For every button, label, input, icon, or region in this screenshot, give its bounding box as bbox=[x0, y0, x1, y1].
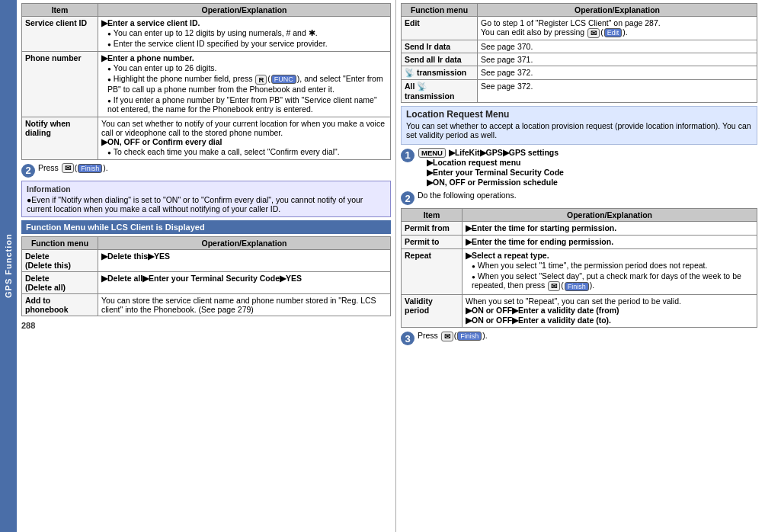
table-row: Permit from ▶Enter the time for starting… bbox=[402, 222, 757, 236]
step-number-2-right: 2 bbox=[401, 191, 415, 205]
step3-suffix: . bbox=[485, 331, 488, 340]
step2-right-text: Do the following operations. bbox=[418, 191, 517, 200]
item-notify-dialing: Notify when dialing bbox=[22, 117, 98, 159]
func-col-header-op: Operation/Explanation bbox=[98, 236, 391, 249]
info-box-text: ●Even if "Notify when dialing" is set to… bbox=[27, 195, 386, 213]
step2-right-content: Do the following operations. bbox=[418, 191, 757, 200]
edit-label: Edit bbox=[604, 28, 623, 37]
list-item: To check each time you make a call, sele… bbox=[107, 147, 387, 156]
table-row: Permit to ▶Enter the time for ending per… bbox=[402, 236, 757, 249]
edit-key: ✉ bbox=[587, 28, 600, 38]
step-number-3: 3 bbox=[401, 332, 415, 345]
operations-table: Item Operation/Explanation Permit from ▶… bbox=[401, 208, 757, 328]
location-desc: You can set whether to accept a location… bbox=[406, 121, 752, 139]
list-item: If you enter a phone number by "Enter fr… bbox=[107, 95, 387, 114]
rfunc-col-header-menu: Function menu bbox=[402, 4, 478, 17]
func-col-header-menu: Function menu bbox=[22, 236, 98, 249]
finish-key-right: ✉ bbox=[441, 332, 453, 341]
item-delete-all: Delete(Delete all) bbox=[22, 271, 98, 293]
item-permit-from: Permit from bbox=[402, 222, 463, 236]
ops-col-op: Operation/Explanation bbox=[463, 209, 757, 222]
list-item: You can enter up to 12 digits by using n… bbox=[107, 28, 387, 37]
content-phone-number: ▶Enter a phone number. You can enter up … bbox=[98, 52, 391, 117]
repeat-finish-label: Finish bbox=[565, 282, 589, 291]
table-row: Repeat ▶Select a repeat type. When you s… bbox=[402, 249, 757, 295]
list-item: Enter the service client ID specified by… bbox=[107, 39, 387, 48]
item-send-ir: Send Ir data bbox=[402, 40, 478, 53]
table-row: Delete(Delete this) ▶Delete this▶YES bbox=[22, 249, 391, 271]
main-table: Item Operation/Explanation Service clien… bbox=[21, 3, 391, 160]
table-row: Service client ID ▶Enter a service clien… bbox=[22, 17, 391, 52]
table-row: Delete(Delete all) ▶Delete all▶Enter you… bbox=[22, 271, 391, 293]
content-edit: Go to step 1 of "Register LCS Client" on… bbox=[478, 17, 757, 40]
item-validity: Validity period bbox=[402, 295, 463, 328]
page-number: 288 bbox=[21, 321, 391, 330]
content-send-ir: See page 370. bbox=[478, 40, 757, 53]
list-item: You can enter up to 26 digits. bbox=[107, 63, 387, 72]
item-edit: Edit bbox=[402, 17, 478, 40]
ops-col-item: Item bbox=[402, 209, 463, 222]
item-send-all-ir: Send all Ir data bbox=[402, 53, 478, 66]
table-row: 📡 transmission See page 372. bbox=[402, 66, 757, 79]
func-key: FUNC bbox=[271, 75, 296, 84]
menu-key: MENU bbox=[418, 148, 446, 158]
table-row: Edit Go to step 1 of "Register LCS Clien… bbox=[402, 17, 757, 40]
page-container: GPS Function Item Operation/Explanation … bbox=[0, 0, 765, 532]
finish-key-left: ✉ bbox=[62, 163, 74, 173]
sidebar-label: GPS Function bbox=[0, 0, 17, 532]
step-number-1-right: 1 bbox=[401, 149, 415, 162]
step3-text: Press bbox=[418, 331, 438, 340]
table-row: Validity period When you set to "Repeat"… bbox=[402, 295, 757, 328]
info-box: Information ●Even if "Notify when dialin… bbox=[21, 181, 391, 217]
step3-container: 3 Press ✉(Finish). bbox=[401, 331, 757, 345]
function-menu-header: Function Menu while LCS Client is Displa… bbox=[21, 220, 391, 234]
content-all-transmission: See page 372. bbox=[478, 79, 757, 102]
rfunc-col-header-op: Operation/Explanation bbox=[478, 4, 757, 17]
item-phone-number: Phone number bbox=[22, 52, 98, 117]
step2-suffix: . bbox=[106, 163, 108, 172]
function-menu-table: Function menu Operation/Explanation Dele… bbox=[21, 236, 391, 316]
r-key: R bbox=[255, 75, 267, 85]
content-permit-from: ▶Enter the time for starting permission. bbox=[463, 222, 757, 236]
content-permit-to: ▶Enter the time for ending permission. bbox=[463, 236, 757, 249]
col-header-item: Item bbox=[22, 4, 98, 17]
left-column: Item Operation/Explanation Service clien… bbox=[17, 0, 396, 532]
item-transmission: 📡 transmission bbox=[402, 66, 478, 79]
table-row: Notify when dialing You can set whether … bbox=[22, 117, 391, 159]
item-add-phonebook: Add to phonebook bbox=[22, 293, 98, 316]
list-item: When you select "1 time", the permission… bbox=[472, 261, 754, 270]
table-row: All 📡 transmission See page 372. bbox=[402, 79, 757, 102]
repeat-finish-key: ✉ bbox=[548, 281, 560, 291]
info-box-title: Information bbox=[27, 184, 386, 194]
content-delete-this: ▶Delete this▶YES bbox=[98, 249, 391, 271]
item-delete-this: Delete(Delete this) bbox=[22, 249, 98, 271]
content-repeat: ▶Select a repeat type. When you select "… bbox=[463, 249, 757, 295]
item-permit-to: Permit to bbox=[402, 236, 463, 249]
content-send-all-ir: See page 371. bbox=[478, 53, 757, 66]
list-item: When you select "Select day", put a chec… bbox=[472, 271, 754, 291]
step2-right-container: 2 Do the following operations. bbox=[401, 191, 757, 205]
content-transmission: See page 372. bbox=[478, 66, 757, 79]
ir-all-icon: 📡 bbox=[417, 82, 427, 91]
table-row: Phone number ▶Enter a phone number. You … bbox=[22, 52, 391, 117]
finish-label-left: Finish bbox=[78, 164, 102, 173]
step2-text: Press bbox=[38, 163, 59, 172]
content-notify-dialing: You can set whether to notify of your cu… bbox=[98, 117, 391, 159]
item-all-transmission: All 📡 transmission bbox=[402, 79, 478, 102]
step2-content: Press ✉(Finish). bbox=[38, 163, 391, 174]
content-validity: When you set to "Repeat", you can set th… bbox=[463, 295, 757, 328]
table-row: Add to phonebook You can store the servi… bbox=[22, 293, 391, 316]
right-func-table: Function menu Operation/Explanation Edit… bbox=[401, 3, 757, 103]
step3-content: Press ✉(Finish). bbox=[418, 331, 757, 341]
right-column: Function menu Operation/Explanation Edit… bbox=[396, 0, 762, 532]
content-delete-all: ▶Delete all▶Enter your Terminal Security… bbox=[98, 271, 391, 293]
table-row: Send all Ir data See page 371. bbox=[402, 53, 757, 66]
item-repeat: Repeat bbox=[402, 249, 463, 295]
content-service-client: ▶Enter a service client ID. You can ente… bbox=[98, 17, 391, 52]
content-add-phonebook: You can store the service client name an… bbox=[98, 293, 391, 316]
main-content: Item Operation/Explanation Service clien… bbox=[17, 0, 765, 532]
ir-icon: 📡 bbox=[405, 68, 415, 77]
location-section-title: Location Request Menu bbox=[406, 109, 752, 120]
finish-label-right: Finish bbox=[457, 332, 482, 341]
item-service-client: Service client ID bbox=[22, 17, 98, 52]
